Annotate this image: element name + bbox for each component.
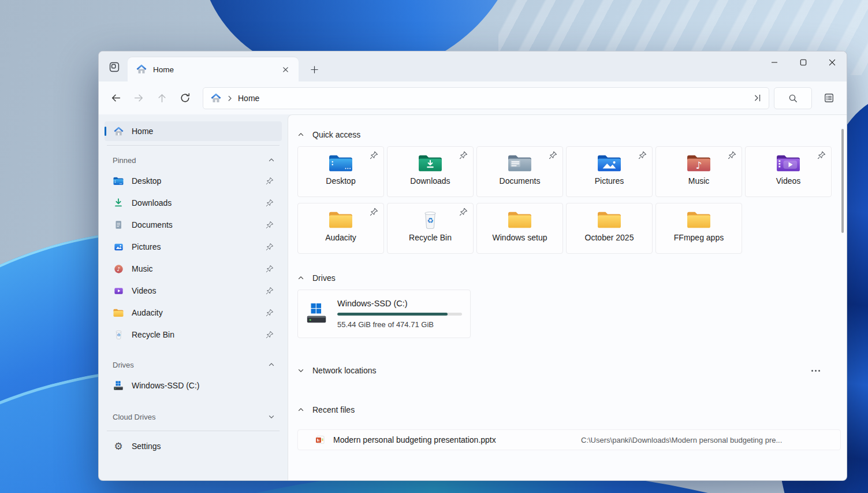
tile-recycle-bin[interactable]: ♻ Recycle Bin [387, 203, 474, 254]
vertical-scrollbar-thumb[interactable] [841, 129, 844, 233]
tile-documents[interactable]: Documents [476, 146, 563, 197]
sidebar-section-cloud-drives[interactable]: Cloud Drives [105, 407, 282, 427]
powerpoint-file-icon [315, 435, 325, 444]
pin-icon[interactable] [263, 328, 276, 341]
pin-icon[interactable] [263, 240, 276, 253]
address-bar[interactable]: Home [203, 87, 769, 109]
pin-icon[interactable] [263, 197, 276, 209]
plus-icon [310, 65, 319, 74]
sidebar-item-audacity[interactable]: Audacity [105, 302, 282, 324]
forward-button[interactable] [128, 88, 150, 109]
chevron-up-icon[interactable] [297, 275, 304, 281]
minimize-button[interactable] [760, 51, 789, 73]
chevron-up-icon[interactable] [268, 361, 275, 368]
folder-icon [596, 209, 623, 231]
tab-home[interactable]: Home [128, 57, 299, 81]
section-recent-files[interactable]: Recent files [297, 403, 841, 417]
details-list-icon [824, 92, 835, 103]
document-icon [113, 219, 124, 231]
arrow-right-icon [133, 92, 144, 103]
sidebar-section-drives[interactable]: Drives [105, 355, 282, 375]
drive-usage-bar [337, 313, 462, 316]
chevron-down-icon[interactable] [268, 413, 275, 420]
sidebar-section-pinned[interactable]: Pinned [105, 150, 282, 170]
section-quick-access[interactable]: Quick access [297, 128, 841, 142]
chevron-up-icon[interactable] [297, 406, 304, 413]
pin-icon [370, 151, 378, 162]
section-drives[interactable]: Drives [297, 271, 841, 285]
tile-desktop[interactable]: Desktop [297, 146, 384, 197]
breadcrumb-location[interactable]: Home [238, 94, 259, 103]
folder-icon [113, 307, 124, 318]
tile-label: Windows setup [493, 233, 547, 242]
sidebar-item-videos[interactable]: Videos [105, 280, 282, 302]
pin-icon [459, 151, 468, 162]
pin-icon[interactable] [263, 306, 276, 319]
sidebar-item-pictures[interactable]: Pictures [105, 236, 282, 258]
pin-icon [638, 151, 647, 162]
sidebar-item-documents[interactable]: Documents [105, 214, 282, 236]
tile-downloads[interactable]: Downloads [387, 146, 474, 197]
sidebar-item-settings[interactable]: ⚙ Settings [105, 435, 282, 457]
section-network-locations[interactable]: Network locations [297, 364, 841, 377]
recent-file-row[interactable]: Modern personal budgeting presentation.p… [297, 429, 841, 450]
section-label: Pinned [113, 156, 268, 165]
tile-ffmpeg-apps[interactable]: FFmpeg apps [655, 203, 742, 254]
new-tab-button[interactable] [307, 62, 322, 77]
window-body: Home Pinned Desktop [99, 114, 847, 480]
pin-icon[interactable] [263, 262, 276, 275]
back-button[interactable] [105, 88, 126, 109]
details-pane-button[interactable] [818, 88, 840, 109]
chevron-down-icon[interactable] [297, 367, 304, 374]
close-window-button[interactable] [818, 51, 847, 73]
tab-list-icon [109, 61, 120, 73]
tile-audacity[interactable]: Audacity [297, 203, 384, 254]
folder-icon [327, 209, 354, 231]
divider [107, 431, 280, 431]
pin-address-bar-icon[interactable] [753, 93, 763, 103]
refresh-button[interactable] [174, 88, 196, 109]
chevron-up-icon[interactable] [268, 157, 275, 164]
desktop: Home [0, 0, 868, 493]
pin-icon[interactable] [263, 284, 276, 297]
tile-october-2025[interactable]: October 2025 [566, 203, 653, 254]
tab-close-button[interactable] [278, 62, 293, 77]
sidebar-item-label: Home [132, 127, 276, 136]
svg-text:♻: ♻ [117, 333, 120, 338]
sidebar-item-desktop[interactable]: Desktop [105, 170, 282, 192]
sidebar-item-music[interactable]: ♪ Music [105, 258, 282, 280]
svg-text:♪: ♪ [696, 160, 702, 171]
sidebar-item-downloads[interactable]: Downloads [105, 192, 282, 214]
sidebar-item-label: Windows-SSD (C:) [132, 381, 276, 390]
sidebar-item-home[interactable]: Home [105, 121, 282, 141]
drive-windows-ssd[interactable]: Windows-SSD (C:) 55.44 GiB free of 474.7… [297, 290, 471, 338]
tab-list-button[interactable] [105, 57, 124, 77]
pin-icon[interactable] [263, 175, 276, 187]
documents-folder-icon [506, 152, 533, 174]
home-icon [136, 64, 147, 75]
close-icon [828, 58, 837, 67]
section-label: Drives [113, 361, 268, 369]
sidebar-item-windows-ssd[interactable]: Windows-SSD (C:) [105, 375, 282, 396]
sidebar-item-recycle-bin[interactable]: ♻ Recycle Bin [105, 324, 282, 346]
section-label: Drives [312, 273, 336, 283]
pin-icon[interactable] [263, 218, 276, 231]
tile-music[interactable]: ♪ Music [655, 146, 742, 197]
tile-pictures[interactable]: Pictures [566, 146, 653, 197]
svg-text:♪: ♪ [117, 265, 120, 272]
maximize-button[interactable] [789, 51, 818, 73]
up-button[interactable] [151, 88, 173, 109]
search-box[interactable] [774, 87, 812, 109]
tile-windows-setup[interactable]: Windows setup [476, 203, 563, 254]
sidebar-item-label: Videos [132, 286, 256, 295]
drive-free-space: 55.44 GiB free of 474.71 GiB [337, 320, 463, 329]
more-options-icon[interactable] [809, 368, 822, 374]
sidebar-item-label: Music [132, 264, 256, 273]
section-label: Quick access [312, 130, 360, 139]
desktop-folder-icon [113, 175, 124, 187]
tile-label: FFmpeg apps [674, 233, 724, 242]
chevron-up-icon[interactable] [297, 131, 304, 138]
close-icon [282, 66, 289, 73]
tile-videos[interactable]: Videos [745, 146, 832, 197]
videos-icon [113, 285, 124, 296]
